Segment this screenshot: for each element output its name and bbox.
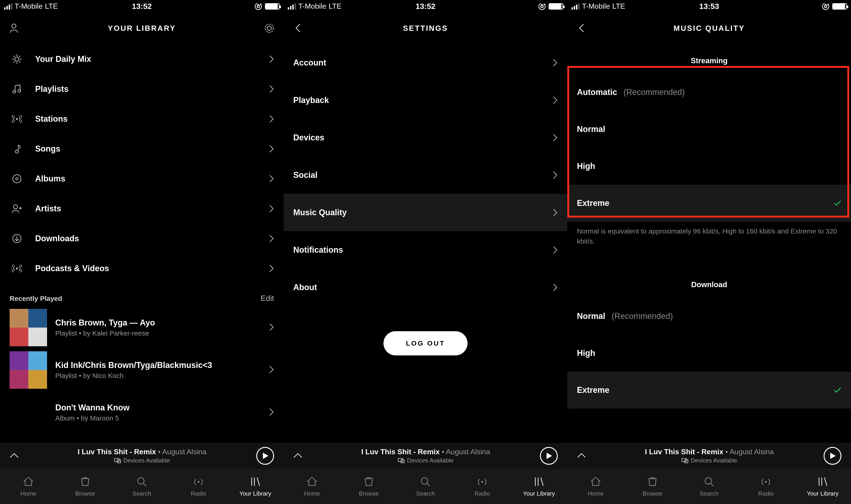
library-row-albums[interactable]: Albums [0,164,284,194]
tab-icon [306,476,318,488]
tab-search[interactable]: Search [397,469,454,504]
library-row-your-daily-mix[interactable]: Your Daily Mix [0,44,284,74]
settings-row-about[interactable]: About [284,269,567,306]
pane-settings: T-Mobile LTE 13:52 SETTINGS Account Play… [284,0,567,504]
now-playing-bar[interactable]: I Luv This Shit - Remix • August Alsina … [567,443,851,469]
header-bar: YOUR LIBRARY [0,13,284,44]
settings-row-music-quality[interactable]: Music Quality [284,194,567,231]
battery-icon [265,3,280,10]
library-row-stations[interactable]: Stations [0,104,284,134]
chevron-right-icon [269,366,274,374]
devices-available[interactable]: Devices Available [114,457,170,464]
pane-library: T-Mobile LTE 13:52 YOUR LIBRARY Your Dai… [0,0,284,504]
quality-option-high[interactable]: High [567,148,851,185]
row-label: Playlists [35,84,69,94]
tab-browse[interactable]: Browse [57,469,113,504]
tab-browse[interactable]: Browse [340,469,397,504]
logout-button[interactable]: LOG OUT [384,331,467,355]
settings-row-account[interactable]: Account [284,44,567,82]
expand-player-icon[interactable] [577,452,586,460]
check-icon [834,387,841,394]
library-row-playlists[interactable]: Playlists [0,74,284,104]
row-label: Downloads [35,234,79,243]
back-button[interactable] [574,20,590,36]
back-button[interactable] [290,20,306,36]
quality-option-normal[interactable]: Normal (Recommended) [567,298,851,335]
svg-line-29 [143,483,146,486]
svg-line-37 [427,483,430,486]
expand-player-icon[interactable] [10,452,19,460]
artist-icon [10,204,24,214]
library-row-artists[interactable]: Artists [0,194,284,223]
tab-icon [136,476,148,488]
tab-search[interactable]: Search [113,469,170,504]
disc-icon [10,174,24,184]
tab-browse[interactable]: Browse [624,469,680,504]
rotation-lock-icon [822,2,830,10]
play-button[interactable] [823,447,841,465]
tab-icon [646,476,658,488]
tab-home[interactable]: Home [567,469,624,504]
recent-subtitle: Album • by Maroon 5 [55,414,129,422]
tab-search[interactable]: Search [681,469,738,504]
chevron-right-icon [269,323,274,332]
quality-option-normal[interactable]: Normal [567,111,851,148]
profile-button[interactable] [6,20,22,36]
svg-line-13 [14,61,15,62]
settings-row-playback[interactable]: Playback [284,82,567,119]
edit-button[interactable]: Edit [261,294,274,303]
play-button[interactable] [256,447,274,465]
recent-title: Don't Wanna Know [55,403,129,412]
recent-item[interactable]: Don't Wanna Know Album • by Maroon 5 [0,391,284,434]
expand-player-icon[interactable] [293,452,302,460]
tab-radio[interactable]: Radio [454,469,511,504]
svg-point-5 [15,57,19,61]
play-button[interactable] [540,447,558,465]
library-row-songs[interactable]: Songs [0,134,284,164]
settings-row-devices[interactable]: Devices [284,119,567,156]
streaming-section-header: Streaming [567,44,851,74]
devices-available[interactable]: Devices Available [398,457,454,464]
tab-icon [249,476,261,488]
quality-option-extreme[interactable]: Extreme [567,372,851,409]
devices-available[interactable]: Devices Available [681,457,737,464]
quality-option-extreme[interactable]: Extreme [567,185,851,222]
now-playing-bar[interactable]: I Luv This Shit - Remix • August Alsina … [284,443,567,469]
recent-title: Kid Ink/Chris Brown/Tyga/Blackmusic<3 [55,360,212,370]
tab-icon [703,476,715,488]
chevron-right-icon [553,134,558,141]
tab-icon [363,476,375,488]
row-label: Albums [35,174,65,183]
settings-button[interactable] [261,20,277,36]
settings-row-social[interactable]: Social [284,156,567,194]
recent-item[interactable]: Chris Brown, Tyga — Ayo Playlist • by Ka… [0,306,284,349]
svg-point-46 [765,481,767,483]
tab-your-library[interactable]: Your Library [227,469,284,504]
library-row-podcasts-videos[interactable]: Podcasts & Videos [0,253,284,283]
signal-icon [4,3,12,10]
tab-radio[interactable]: Radio [738,469,794,504]
recent-item[interactable]: Kid Ink/Chris Brown/Tyga/Blackmusic<3 Pl… [0,349,284,391]
tab-home[interactable]: Home [284,469,340,504]
svg-point-16 [16,118,18,120]
artwork [10,309,47,346]
tab-your-library[interactable]: Your Library [794,469,851,504]
rotation-lock-icon [538,2,546,10]
chevron-right-icon [269,205,274,212]
net: LTE [45,2,58,11]
chevron-right-icon [269,408,274,417]
svg-line-11 [19,61,20,62]
page-title: MUSIC QUALITY [674,24,745,33]
tab-your-library[interactable]: Your Library [511,469,567,504]
recent-subtitle: Playlist • by Nico Koch [55,372,212,380]
tab-home[interactable]: Home [0,469,57,504]
now-playing-bar[interactable]: I Luv This Shit - Remix • August Alsina … [0,443,284,469]
clock: 13:52 [132,2,152,11]
library-row-downloads[interactable]: Downloads [0,223,284,253]
podcast-icon [10,264,24,273]
quality-option-high[interactable]: High [567,335,851,372]
settings-row-notifications[interactable]: Notifications [284,231,567,269]
status-bar: T-Mobile LTE 13:53 [567,0,851,13]
tab-radio[interactable]: Radio [170,469,227,504]
quality-option-automatic[interactable]: Automatic (Recommended) [567,74,851,111]
